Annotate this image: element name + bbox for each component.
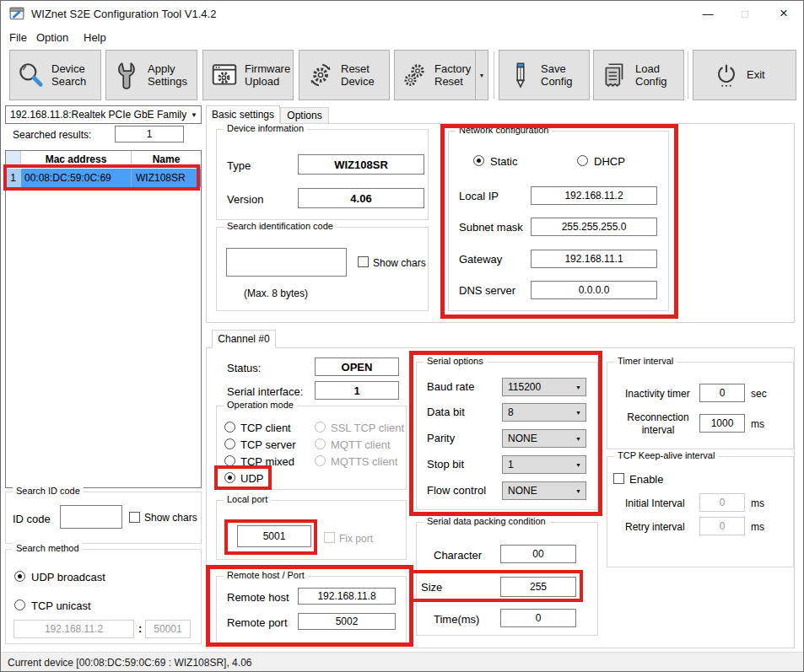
- local-ip-field[interactable]: 192.168.11.2: [531, 186, 657, 205]
- load-config-button[interactable]: Load Config: [593, 50, 684, 100]
- tab-basic-settings-label: Basic settings: [212, 109, 274, 121]
- remote-host-port-group: Remote host / Port: [216, 576, 407, 643]
- fix-port-checkbox[interactable]: [324, 532, 335, 543]
- status-label: Status:: [227, 362, 261, 374]
- parity-select[interactable]: NONE ▼: [502, 429, 586, 448]
- minimize-button[interactable]: —: [691, 1, 725, 26]
- show-chars-checkbox-2[interactable]: [358, 256, 369, 267]
- dns-server-field[interactable]: 0.0.0.0: [531, 281, 657, 299]
- menu-file[interactable]: File: [6, 30, 30, 46]
- retry-interval-input[interactable]: 0: [699, 517, 745, 535]
- remote-host-port-title: Remote host / Port: [224, 570, 308, 580]
- save-config-button[interactable]: Save Config: [499, 50, 590, 100]
- gear-refresh-icon: [306, 61, 335, 89]
- device-search-button[interactable]: Device Search: [9, 50, 101, 100]
- local-port-input[interactable]: 5001: [237, 525, 311, 547]
- device-list[interactable]: Mac address Name 1 00:08:DC:59:0C:69 WIZ…: [5, 150, 202, 488]
- chevron-down-icon: ▼: [575, 462, 581, 468]
- mqtts-client-label: MQTTS client: [331, 455, 397, 468]
- factory-reset-label: Factory Reset: [434, 62, 475, 89]
- reconnection-interval-label: Reconnection interval: [622, 411, 694, 437]
- ssl-tcp-client-label: SSL TCP client: [331, 422, 404, 434]
- dhcp-radio[interactable]: [577, 155, 588, 166]
- wrench-icon: [113, 61, 142, 89]
- reset-device-label: Reset Device: [341, 62, 389, 89]
- tcp-client-radio[interactable]: [224, 422, 235, 433]
- inactivity-timer-label: Inactivity timer: [625, 388, 690, 400]
- type-field: WIZ108SR: [298, 154, 424, 175]
- header-index-cell[interactable]: [6, 151, 21, 167]
- baud-rate-value: 115200: [508, 381, 541, 393]
- mqtt-client-radio[interactable]: [315, 438, 326, 449]
- menu-option[interactable]: Option: [33, 30, 72, 46]
- version-field: 4.06: [298, 188, 424, 208]
- data-bit-select[interactable]: 8 ▼: [502, 403, 586, 422]
- reset-device-button[interactable]: Reset Device: [299, 50, 390, 100]
- packing-condition-title: Serial data packing condition: [424, 516, 549, 526]
- stop-bit-select[interactable]: 1 ▼: [502, 455, 586, 474]
- udp-radio[interactable]: [224, 472, 235, 483]
- title-bar: WIZnet S2E Configuration Tool V1.4.2 — □…: [1, 1, 803, 26]
- gateway-field[interactable]: 192.168.11.1: [531, 250, 657, 268]
- maximize-button[interactable]: □: [728, 1, 762, 26]
- local-ip-label: Local IP: [459, 190, 499, 202]
- inactivity-timer-unit: sec: [751, 388, 767, 400]
- id-code-input[interactable]: [60, 505, 122, 529]
- initial-interval-input[interactable]: 0: [699, 493, 745, 512]
- row-index: 1: [6, 169, 21, 187]
- menu-bar: File Option Help: [1, 26, 803, 48]
- toolbar-separator: [688, 51, 688, 99]
- tcp-unicast-radio[interactable]: [14, 599, 25, 610]
- id-code-label: ID code: [13, 513, 51, 525]
- apply-settings-button[interactable]: Apply Settings: [105, 50, 197, 100]
- tcp-mixed-radio[interactable]: [224, 455, 235, 466]
- gears-icon: [402, 61, 429, 89]
- show-chars-checkbox[interactable]: [129, 512, 140, 523]
- tcp-server-radio[interactable]: [224, 438, 235, 449]
- search-identification-input[interactable]: [226, 248, 347, 277]
- exit-button[interactable]: Exit: [693, 50, 796, 100]
- close-button[interactable]: ×: [765, 1, 802, 26]
- remote-port-input[interactable]: 5002: [298, 613, 396, 630]
- fix-port-label: Fix port: [339, 533, 373, 545]
- inactivity-timer-input[interactable]: 0: [699, 384, 745, 402]
- factory-reset-dropdown[interactable]: ▼: [475, 50, 488, 100]
- device-search-label: Device Search: [51, 62, 100, 89]
- flow-control-select[interactable]: NONE ▼: [502, 481, 586, 500]
- header-name[interactable]: Name: [132, 151, 201, 167]
- keepalive-enable-checkbox[interactable]: [613, 473, 624, 484]
- static-radio[interactable]: [473, 155, 484, 166]
- unicast-port-input[interactable]: 50001: [145, 620, 191, 638]
- reconnection-interval-input[interactable]: 1000: [699, 414, 745, 433]
- save-config-label: Save Config: [541, 62, 589, 89]
- tab-channel-0[interactable]: Channel #0: [212, 330, 276, 348]
- tab-basic-settings[interactable]: Basic settings: [206, 105, 280, 124]
- colon-separator: :: [138, 622, 142, 635]
- retry-interval-unit: ms: [751, 521, 764, 533]
- table-row[interactable]: 1 00:08:DC:59:0C:69 WIZ108SR: [6, 169, 201, 187]
- size-input[interactable]: 255: [500, 577, 576, 597]
- subnet-mask-field[interactable]: 255.255.255.0: [531, 218, 657, 236]
- baud-rate-select[interactable]: 115200 ▼: [502, 378, 586, 396]
- timer-interval-title: Timer interval: [614, 356, 677, 366]
- ssl-tcp-client-radio[interactable]: [315, 422, 326, 433]
- mqtts-client-radio[interactable]: [315, 455, 326, 466]
- firmware-upload-button[interactable]: Firmware Upload: [202, 50, 294, 100]
- serial-options-title: Serial options: [424, 356, 487, 366]
- header-mac[interactable]: Mac address: [21, 151, 132, 167]
- gateway-label: Gateway: [459, 253, 502, 266]
- menu-help[interactable]: Help: [80, 30, 110, 46]
- character-input[interactable]: 00: [500, 545, 576, 563]
- udp-broadcast-radio[interactable]: [14, 571, 25, 582]
- network-adapter-select[interactable]: 192.168.11.8:Realtek PCIe GbE Family ▼: [5, 105, 202, 124]
- tcp-mixed-label: TCP mixed: [240, 455, 294, 468]
- retry-interval-label: Retry interval: [625, 521, 685, 533]
- row-mac: 00:08:DC:59:0C:69: [21, 169, 132, 187]
- searched-results-field[interactable]: 1: [115, 126, 184, 142]
- time-ms-input[interactable]: 0: [500, 609, 576, 627]
- unicast-ip-input[interactable]: 192.168.11.2: [13, 620, 134, 638]
- remote-host-input[interactable]: 192.168.11.8: [298, 588, 396, 605]
- tab-options[interactable]: Options: [280, 107, 329, 124]
- parity-label: Parity: [427, 432, 455, 444]
- factory-reset-button[interactable]: Factory Reset: [394, 50, 476, 100]
